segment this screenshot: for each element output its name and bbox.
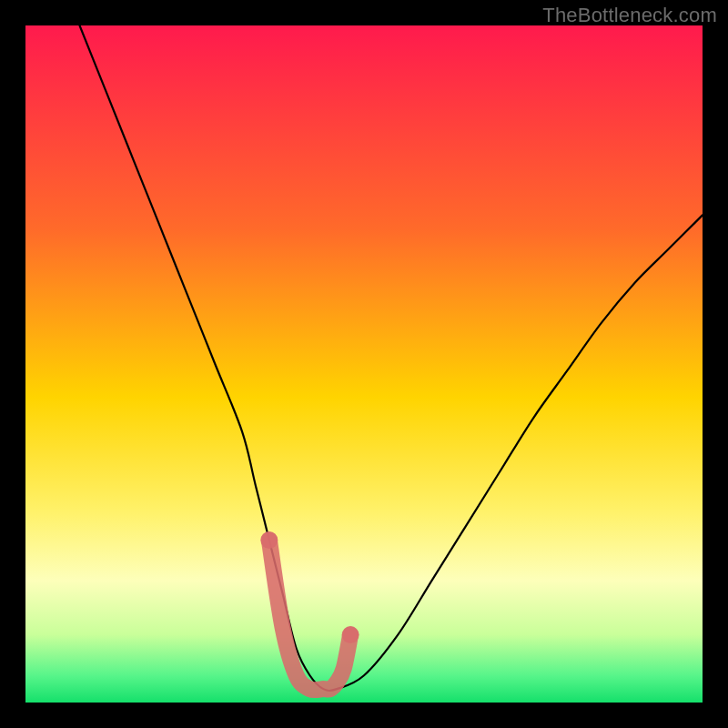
- svg-point-0: [260, 531, 278, 549]
- chart-frame: TheBottleneck.com: [0, 0, 728, 728]
- svg-point-1: [342, 626, 359, 643]
- gradient-background: [25, 25, 703, 703]
- plot-area: [25, 25, 703, 703]
- chart-svg: [25, 25, 703, 703]
- watermark-text: TheBottleneck.com: [542, 4, 717, 27]
